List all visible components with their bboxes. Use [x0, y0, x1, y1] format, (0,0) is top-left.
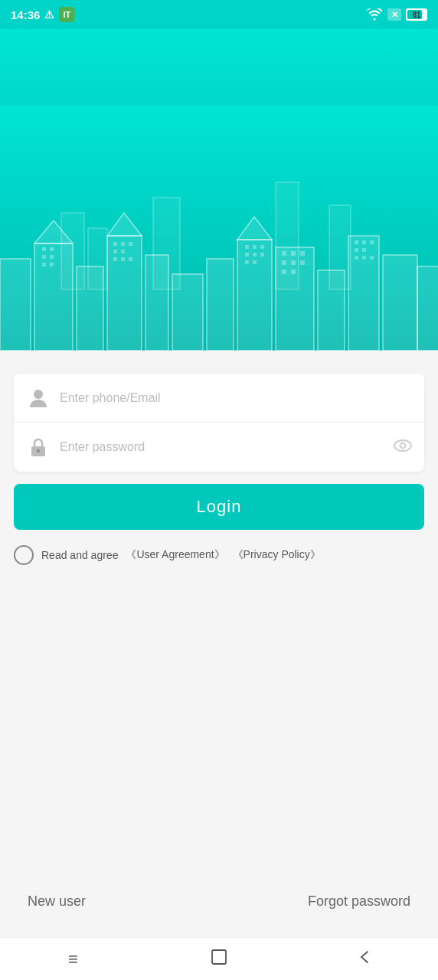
svg-rect-60 — [362, 256, 366, 260]
svg-rect-16 — [207, 259, 234, 351]
time-display: 14:36 — [11, 8, 40, 21]
cityscape-illustration — [0, 29, 438, 351]
svg-rect-36 — [121, 257, 125, 261]
svg-rect-29 — [50, 263, 54, 266]
svg-rect-20 — [318, 270, 345, 351]
svg-rect-58 — [362, 248, 366, 252]
svg-rect-52 — [282, 270, 286, 274]
agree-text: Read and agree — [41, 549, 118, 561]
battery-level: 81 — [412, 11, 420, 19]
bottom-links: New user Forgot password — [14, 878, 424, 922]
toggle-password-icon[interactable] — [394, 439, 412, 456]
svg-rect-38 — [245, 245, 249, 249]
svg-rect-56 — [370, 240, 374, 244]
svg-rect-68 — [212, 950, 226, 964]
hero-section — [0, 29, 438, 351]
battery-icon: 81 — [406, 8, 427, 21]
svg-rect-9 — [34, 243, 73, 351]
signal-x-icon: ✕ — [387, 8, 401, 21]
svg-rect-49 — [282, 260, 286, 265]
agree-row: Read and agree 《User Agreement》 《Privacy… — [14, 545, 424, 565]
svg-point-65 — [37, 449, 40, 452]
forgot-password-button[interactable]: Forgot password — [308, 893, 410, 910]
svg-rect-57 — [355, 248, 358, 252]
svg-rect-8 — [0, 259, 31, 351]
back-nav-button[interactable] — [342, 944, 388, 975]
back-icon — [357, 949, 374, 970]
status-right: ✕ 81 — [366, 8, 427, 21]
status-bar: 14:36 ⚠ IT ✕ 81 — [0, 0, 438, 29]
svg-rect-11 — [77, 266, 103, 351]
svg-rect-34 — [121, 250, 125, 253]
svg-rect-15 — [172, 274, 203, 351]
svg-rect-32 — [129, 242, 132, 246]
input-card — [14, 374, 424, 472]
svg-rect-59 — [355, 256, 358, 260]
svg-point-63 — [34, 390, 43, 399]
password-input-row — [14, 423, 424, 472]
svg-rect-24 — [42, 247, 46, 251]
svg-rect-31 — [121, 242, 125, 246]
svg-rect-47 — [291, 251, 296, 256]
agree-checkbox[interactable] — [14, 545, 34, 565]
form-container: Login Read and agree 《User Agreement》 《P… — [0, 351, 438, 937]
svg-rect-25 — [50, 247, 54, 251]
svg-rect-41 — [245, 253, 249, 256]
new-user-button[interactable]: New user — [28, 893, 86, 910]
privacy-policy-link[interactable]: 《Privacy Policy》 — [233, 548, 321, 562]
svg-rect-55 — [362, 240, 366, 244]
svg-rect-53 — [291, 270, 296, 274]
email-input-row — [14, 374, 424, 423]
svg-rect-46 — [282, 251, 286, 256]
svg-rect-14 — [145, 255, 168, 351]
svg-rect-28 — [42, 263, 46, 266]
svg-text:✕: ✕ — [391, 10, 398, 19]
svg-rect-54 — [355, 240, 358, 244]
svg-rect-23 — [417, 266, 438, 351]
svg-rect-37 — [129, 257, 132, 261]
user-icon — [26, 386, 51, 410]
password-input[interactable] — [60, 440, 394, 454]
svg-rect-35 — [113, 257, 117, 261]
svg-rect-44 — [245, 260, 249, 264]
svg-rect-39 — [253, 245, 257, 249]
svg-rect-45 — [253, 260, 257, 264]
navigation-bar: ≡ — [0, 937, 438, 980]
home-icon — [211, 949, 227, 970]
svg-rect-30 — [113, 242, 117, 246]
app-icon: IT — [59, 7, 74, 22]
svg-point-67 — [400, 443, 406, 448]
svg-rect-27 — [50, 255, 54, 259]
email-input[interactable] — [60, 391, 412, 405]
home-nav-button[interactable] — [196, 944, 242, 975]
menu-icon: ≡ — [68, 951, 78, 968]
svg-rect-22 — [383, 255, 417, 351]
user-agreement-link[interactable]: 《User Agreement》 — [126, 548, 224, 562]
svg-rect-26 — [42, 255, 46, 259]
svg-rect-43 — [260, 253, 264, 256]
svg-rect-61 — [370, 256, 374, 260]
menu-nav-button[interactable]: ≡ — [50, 944, 96, 975]
svg-point-66 — [394, 440, 411, 451]
status-left: 14:36 ⚠ IT — [11, 7, 74, 22]
lock-icon — [26, 435, 51, 459]
warning-icon: ⚠ — [44, 8, 54, 21]
login-button[interactable]: Login — [14, 484, 424, 530]
svg-rect-42 — [253, 253, 257, 256]
svg-rect-48 — [300, 251, 305, 256]
svg-rect-33 — [113, 250, 117, 253]
svg-rect-21 — [348, 236, 379, 351]
svg-rect-50 — [291, 260, 296, 265]
wifi-icon — [366, 8, 383, 21]
svg-rect-51 — [300, 260, 305, 265]
svg-rect-40 — [260, 245, 264, 249]
